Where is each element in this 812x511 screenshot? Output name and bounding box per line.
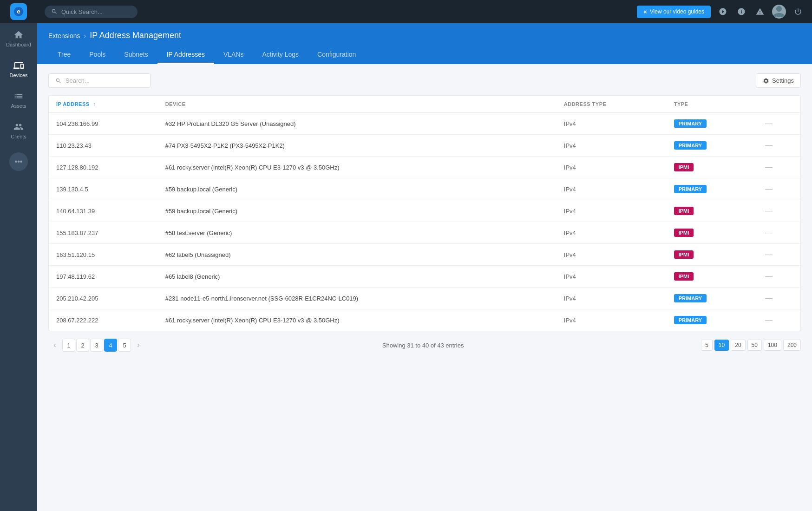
size-btn-20[interactable]: 20 bbox=[731, 340, 745, 351]
avatar[interactable] bbox=[772, 5, 786, 19]
type-badge: IPMI bbox=[674, 250, 694, 259]
sidebar-item-label: Clients bbox=[11, 134, 26, 139]
row-action-menu[interactable]: — bbox=[765, 250, 773, 258]
sidebar-nav: Dashboard Devices Assets Clients ••• bbox=[0, 23, 37, 511]
row-action-menu[interactable]: — bbox=[765, 294, 773, 302]
prev-page-button[interactable]: ‹ bbox=[48, 339, 61, 352]
tab-configuration[interactable]: Configuration bbox=[308, 46, 365, 64]
sidebar-logo: e bbox=[0, 0, 37, 23]
row-action-menu[interactable]: — bbox=[765, 163, 773, 171]
type-badge: IPMI bbox=[674, 229, 694, 237]
sidebar-item-label: Dashboard bbox=[6, 42, 31, 47]
tab-vlans[interactable]: VLANs bbox=[214, 46, 253, 64]
tab-activity-logs[interactable]: Activity Logs bbox=[253, 46, 308, 64]
device-cell: #61 rocky.server (Intel(R) Xeon(R) CPU E… bbox=[158, 309, 557, 331]
home-icon bbox=[13, 30, 24, 40]
tab-ip-addresses[interactable]: IP Addresses bbox=[157, 46, 214, 64]
sidebar-item-dashboard[interactable]: Dashboard bbox=[0, 23, 37, 54]
address-type-cell: IPv4 bbox=[557, 113, 667, 135]
row-action-menu[interactable]: — bbox=[765, 316, 773, 324]
more-dots-icon: ••• bbox=[15, 157, 23, 166]
sidebar-item-devices[interactable]: Devices bbox=[0, 54, 37, 85]
type-badge: PRIMARY bbox=[674, 141, 707, 150]
clients-icon bbox=[13, 122, 24, 132]
column-ip-address[interactable]: IP ADDRESS ↑ bbox=[49, 96, 158, 113]
action-cell: — bbox=[758, 157, 800, 178]
page-header: Extensions › IP Address Management Tree … bbox=[37, 23, 812, 64]
sidebar-item-clients[interactable]: Clients bbox=[0, 115, 37, 146]
type-badge: IPMI bbox=[674, 272, 694, 281]
action-cell: — bbox=[758, 200, 800, 222]
info-icon[interactable] bbox=[735, 5, 748, 18]
tab-tree[interactable]: Tree bbox=[48, 46, 80, 64]
sidebar-item-assets[interactable]: Assets bbox=[0, 85, 37, 115]
video-guide-button[interactable]: × View our video guides bbox=[637, 6, 711, 18]
breadcrumb-parent: Extensions bbox=[48, 32, 80, 39]
row-action-menu[interactable]: — bbox=[765, 185, 773, 193]
row-action-menu[interactable]: — bbox=[765, 272, 773, 280]
row-action-menu[interactable]: — bbox=[765, 141, 773, 149]
action-cell: — bbox=[758, 222, 800, 244]
table-row: 208.67.222.222 #61 rocky.server (Intel(R… bbox=[49, 309, 800, 331]
device-cell: #231 node11-e5-north1.ironserver.net (SS… bbox=[158, 288, 557, 309]
table-row: 197.48.119.62 #65 label8 (Generic) IPv4 … bbox=[49, 266, 800, 288]
action-cell: — bbox=[758, 244, 800, 266]
type-badge: PRIMARY bbox=[674, 185, 707, 193]
sidebar-more-button[interactable]: ••• bbox=[9, 152, 28, 171]
page-btn-5[interactable]: 5 bbox=[118, 339, 131, 352]
ip-address-cell: 110.23.23.43 bbox=[49, 135, 158, 157]
main-content: × View our video guides Extensions › bbox=[37, 0, 812, 511]
page-btn-1[interactable]: 1 bbox=[62, 339, 75, 352]
type-cell: PRIMARY bbox=[667, 309, 758, 331]
type-badge: PRIMARY bbox=[674, 316, 707, 324]
size-btn-200[interactable]: 200 bbox=[783, 340, 801, 351]
page-btn-4[interactable]: 4 bbox=[104, 339, 117, 352]
search-icon bbox=[51, 8, 58, 15]
tab-pools[interactable]: Pools bbox=[80, 46, 115, 64]
gear-icon bbox=[763, 78, 769, 84]
next-page-button[interactable]: › bbox=[132, 339, 145, 352]
ip-address-cell: 139.130.4.5 bbox=[49, 178, 158, 200]
topbar-search-input[interactable] bbox=[61, 8, 131, 15]
type-cell: IPMI bbox=[667, 222, 758, 244]
column-device-label: DEVICE bbox=[165, 101, 186, 107]
type-cell: PRIMARY bbox=[667, 113, 758, 135]
search-icon bbox=[55, 78, 62, 84]
topbar-right: × View our video guides bbox=[637, 5, 805, 19]
tab-subnets[interactable]: Subnets bbox=[115, 46, 157, 64]
column-type: TYPE bbox=[667, 96, 758, 113]
address-type-cell: IPv4 bbox=[557, 135, 667, 157]
type-badge: PRIMARY bbox=[674, 294, 707, 302]
table-search-box bbox=[48, 73, 151, 88]
table-row: 127.128.80.192 #61 rocky.server (Intel(R… bbox=[49, 157, 800, 178]
table-header-row: IP ADDRESS ↑ DEVICE ADDRESS TYPE TYPE bbox=[49, 96, 800, 113]
play-icon[interactable] bbox=[716, 5, 729, 18]
table-search-input[interactable] bbox=[65, 77, 144, 84]
size-btn-5[interactable]: 5 bbox=[701, 340, 713, 351]
page-btn-2[interactable]: 2 bbox=[76, 339, 89, 352]
size-btn-50[interactable]: 50 bbox=[747, 340, 762, 351]
device-cell: #58 test.server (Generic) bbox=[158, 222, 557, 244]
type-cell: IPMI bbox=[667, 266, 758, 288]
type-cell: PRIMARY bbox=[667, 288, 758, 309]
logo-icon: e bbox=[10, 3, 27, 20]
device-cell: #61 rocky.server (Intel(R) Xeon(R) CPU E… bbox=[158, 157, 557, 178]
page-btn-3[interactable]: 3 bbox=[90, 339, 103, 352]
size-btn-100[interactable]: 100 bbox=[764, 340, 781, 351]
device-cell: #65 label8 (Generic) bbox=[158, 266, 557, 288]
row-action-menu[interactable]: — bbox=[765, 229, 773, 236]
devices-icon bbox=[13, 60, 24, 71]
type-cell: IPMI bbox=[667, 200, 758, 222]
row-action-menu[interactable]: — bbox=[765, 119, 773, 127]
column-type-label: TYPE bbox=[674, 101, 688, 107]
alert-icon[interactable] bbox=[753, 5, 766, 18]
row-action-menu[interactable]: — bbox=[765, 207, 773, 215]
table-row: 104.236.166.99 #32 HP ProLiant DL320 G5 … bbox=[49, 113, 800, 135]
showing-text: Showing 31 to 40 of 43 entries bbox=[382, 342, 464, 349]
power-icon[interactable] bbox=[792, 5, 805, 18]
size-btn-10[interactable]: 10 bbox=[714, 340, 729, 351]
ip-address-cell: 140.64.131.39 bbox=[49, 200, 158, 222]
table-row: 140.64.131.39 #59 backup.local (Generic)… bbox=[49, 200, 800, 222]
settings-button[interactable]: Settings bbox=[756, 73, 801, 88]
sidebar-item-label: Devices bbox=[9, 72, 27, 78]
